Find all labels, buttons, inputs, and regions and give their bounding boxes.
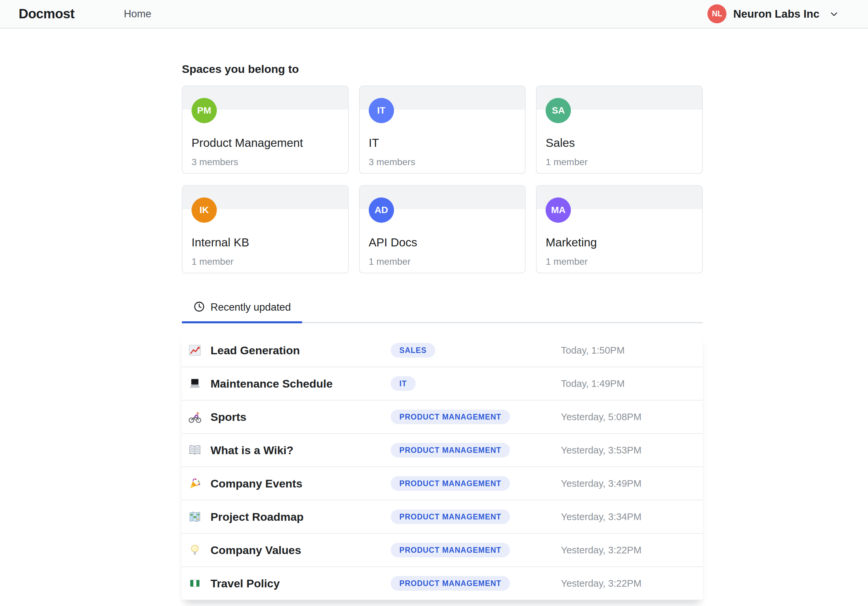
space-card[interactable]: IK Internal KB 1 member — [182, 185, 349, 273]
page-title-cell: Sports — [182, 410, 391, 423]
page-title-cell: Maintenance Schedule — [182, 377, 391, 390]
page-space-cell: PRODUCT MANAGEMENT — [391, 409, 561, 424]
chart-increasing-emoji — [188, 344, 202, 357]
recent-page-row[interactable]: What is a Wiki? PRODUCT MANAGEMENT Yeste… — [182, 434, 703, 467]
page-title: Company Events — [211, 477, 302, 490]
tab-label: Recently updated — [211, 301, 291, 313]
space-card[interactable]: MA Marketing 1 member — [536, 185, 703, 273]
page-title: Travel Policy — [211, 577, 280, 590]
page-title-cell: Project Roadmap — [182, 510, 391, 524]
main-content: Spaces you belong to PM Product Manageme… — [182, 63, 703, 600]
page-space-cell: PRODUCT MANAGEMENT — [391, 543, 561, 557]
world-map-emoji — [188, 510, 202, 524]
space-avatar: AD — [369, 197, 394, 223]
page-updated-time: Yesterday, 3:49PM — [561, 478, 703, 489]
tab-bar: Recently updated — [182, 301, 703, 323]
page-space-cell: PRODUCT MANAGEMENT — [391, 510, 561, 524]
space-avatar: SA — [546, 98, 571, 123]
space-name: IT — [369, 135, 516, 150]
space-badge[interactable]: SALES — [391, 343, 436, 358]
workspace-switcher[interactable]: NL Neuron Labs Inc — [707, 4, 839, 23]
workspace-avatar: NL — [707, 4, 727, 23]
page-space-cell: PRODUCT MANAGEMENT — [391, 476, 561, 491]
page-updated-time: Yesterday, 3:22PM — [561, 545, 703, 556]
recent-page-row[interactable]: Project Roadmap PRODUCT MANAGEMENT Yeste… — [182, 501, 703, 534]
space-avatar: IT — [369, 98, 394, 123]
page-updated-time: Today, 1:49PM — [561, 378, 703, 389]
space-badge[interactable]: PRODUCT MANAGEMENT — [391, 510, 510, 524]
space-avatar: MA — [546, 197, 571, 223]
recent-page-row[interactable]: Lead Generation SALES Today, 1:50PM — [182, 334, 703, 367]
recent-page-row[interactable]: Travel Policy PRODUCT MANAGEMENT Yesterd… — [182, 567, 703, 600]
page-updated-time: Today, 1:50PM — [561, 345, 703, 356]
spaces-heading: Spaces you belong to — [182, 63, 703, 76]
space-name: Marketing — [546, 235, 693, 250]
space-avatar: IK — [192, 197, 217, 223]
recently-updated-list: Lead Generation SALES Today, 1:50PM Main… — [182, 334, 703, 600]
space-avatar: PM — [192, 98, 217, 123]
space-badge[interactable]: PRODUCT MANAGEMENT — [391, 576, 510, 591]
page-title-cell: Lead Generation — [182, 344, 391, 357]
page-space-cell: PRODUCT MANAGEMENT — [391, 576, 561, 591]
page-title: Lead Generation — [211, 344, 300, 357]
page-updated-time: Yesterday, 3:53PM — [561, 445, 703, 456]
nav-item-home[interactable]: Home — [124, 8, 152, 20]
recent-page-row[interactable]: Company Events PRODUCT MANAGEMENT Yester… — [182, 467, 703, 501]
tab-recently-updated[interactable]: Recently updated — [182, 301, 302, 322]
space-badge[interactable]: PRODUCT MANAGEMENT — [391, 543, 510, 557]
space-card[interactable]: SA Sales 1 member — [536, 85, 703, 174]
app-window: Docmost Home NL Neuron Labs Inc Spaces y… — [0, 0, 868, 606]
page-space-cell: PRODUCT MANAGEMENT — [391, 443, 561, 457]
page-updated-time: Yesterday, 3:22PM — [561, 578, 703, 589]
space-member-count: 1 member — [192, 256, 339, 267]
space-card[interactable]: PM Product Management 3 members — [182, 85, 349, 174]
workspace-name: Neuron Labs Inc — [733, 8, 819, 20]
open-book-emoji — [188, 443, 202, 457]
page-updated-time: Yesterday, 5:08PM — [561, 412, 703, 423]
page-title: Maintenance Schedule — [211, 377, 333, 390]
page-title: What is a Wiki? — [211, 444, 293, 457]
space-name: Product Management — [192, 135, 339, 150]
space-member-count: 1 member — [369, 256, 516, 267]
space-badge[interactable]: PRODUCT MANAGEMENT — [391, 443, 510, 457]
page-title-cell: Company Events — [182, 477, 391, 490]
space-name: Internal KB — [192, 235, 339, 250]
page-title: Project Roadmap — [211, 510, 304, 524]
page-title-cell: Company Values — [182, 543, 391, 557]
page-title-cell: What is a Wiki? — [182, 443, 391, 457]
space-member-count: 3 members — [192, 157, 339, 167]
space-badge[interactable]: PRODUCT MANAGEMENT — [391, 409, 510, 424]
party-popper-emoji — [188, 477, 202, 490]
recent-page-row[interactable]: Sports PRODUCT MANAGEMENT Yesterday, 5:0… — [182, 401, 703, 434]
laptop-emoji — [188, 377, 202, 390]
space-badge[interactable]: IT — [391, 376, 416, 391]
page-title: Sports — [211, 411, 246, 423]
chevron-down-icon — [829, 9, 839, 19]
recent-page-row[interactable]: Company Values PRODUCT MANAGEMENT Yester… — [182, 534, 703, 567]
page-space-cell: SALES — [391, 343, 561, 358]
light-bulb-emoji — [188, 543, 202, 557]
cyclist-emoji — [188, 410, 202, 423]
clock-icon — [193, 301, 205, 314]
space-name: Sales — [546, 135, 693, 150]
page-updated-time: Yesterday, 3:34PM — [561, 511, 703, 522]
recent-page-row[interactable]: Maintenance Schedule IT Today, 1:49PM — [182, 367, 703, 401]
spaces-grid: PM Product Management 3 members IT IT 3 … — [182, 85, 703, 273]
space-card[interactable]: AD API Docs 1 member — [359, 185, 526, 273]
page-title-cell: Travel Policy — [182, 577, 391, 590]
page-title: Company Values — [211, 544, 301, 557]
space-member-count: 1 member — [546, 157, 693, 167]
space-card[interactable]: IT IT 3 members — [359, 85, 526, 174]
nigeria-flag-emoji — [188, 577, 202, 590]
space-name: API Docs — [369, 235, 516, 250]
page-space-cell: IT — [391, 376, 561, 391]
space-badge[interactable]: PRODUCT MANAGEMENT — [391, 476, 510, 491]
top-navbar: Docmost Home NL Neuron Labs Inc — [0, 0, 868, 29]
space-member-count: 1 member — [546, 256, 693, 267]
app-logo[interactable]: Docmost — [19, 6, 74, 21]
space-member-count: 3 members — [369, 157, 516, 167]
